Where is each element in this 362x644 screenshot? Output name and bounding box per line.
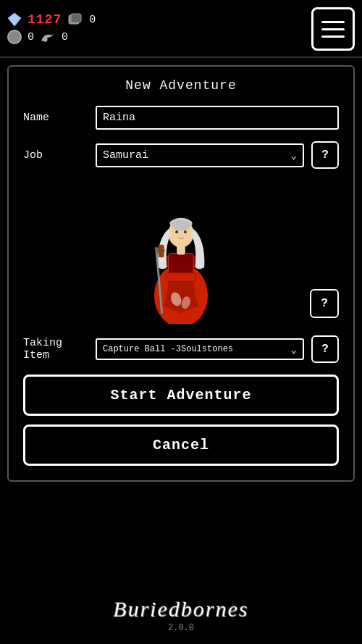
svg-rect-9 bbox=[167, 272, 196, 281]
crystal-count: 1127 bbox=[28, 12, 62, 27]
game-version: 2.0.0 bbox=[168, 623, 194, 633]
character-image bbox=[127, 183, 235, 324]
job-select-wrapper: Samurai Warrior Mage Rogue ⌄ bbox=[96, 143, 304, 167]
hud-row-top: 1127 0 bbox=[7, 12, 341, 27]
hud-stats: 1127 0 0 0 bbox=[7, 12, 341, 44]
name-row: Name bbox=[23, 106, 339, 130]
dialog-title: New Adventure bbox=[23, 78, 339, 93]
start-adventure-button[interactable]: Start Adventure bbox=[23, 375, 339, 416]
name-input[interactable] bbox=[96, 106, 339, 130]
menu-line-1 bbox=[321, 21, 345, 23]
menu-line-3 bbox=[321, 35, 345, 38]
svg-rect-16 bbox=[159, 244, 164, 257]
menu-button[interactable] bbox=[311, 7, 355, 51]
character-help-button[interactable]: ? bbox=[310, 289, 339, 318]
svg-marker-0 bbox=[8, 13, 21, 26]
diamond-icon bbox=[7, 12, 22, 27]
taking-item-select[interactable]: Capture Ball -3Soulstones bbox=[96, 338, 304, 360]
taking-item-select-wrapper: Capture Ball -3Soulstones ⌄ bbox=[96, 338, 304, 360]
footer: Buriedbornes 2.0.0 bbox=[0, 586, 362, 644]
coin-icon bbox=[7, 30, 22, 44]
bird-icon bbox=[40, 30, 56, 43]
job-help-label: ? bbox=[321, 149, 329, 162]
svg-point-12 bbox=[175, 230, 178, 233]
char-help-label: ? bbox=[321, 297, 328, 310]
taking-item-row: Taking Item Capture Ball -3Soulstones ⌄ … bbox=[23, 335, 339, 363]
bird-count: 0 bbox=[62, 31, 68, 43]
svg-point-13 bbox=[184, 230, 187, 233]
job-help-button[interactable]: ? bbox=[311, 141, 339, 169]
hud-bar: 1127 0 0 0 0 0 bbox=[0, 0, 362, 58]
taking-item-help-button[interactable]: ? bbox=[311, 335, 339, 363]
game-title: Buriedbornes bbox=[113, 597, 248, 622]
character-display-area: ? bbox=[23, 180, 339, 325]
taking-item-label: Taking Item bbox=[23, 337, 88, 361]
game-title-text: Buriedbornes bbox=[113, 597, 248, 621]
job-row: Job Samurai Warrior Mage Rogue ⌄ ? bbox=[23, 141, 339, 169]
name-label: Name bbox=[23, 112, 88, 124]
job-select[interactable]: Samurai Warrior Mage Rogue bbox=[96, 143, 304, 167]
card-count: 0 bbox=[89, 14, 96, 26]
new-adventure-dialog: New Adventure Name Job Samurai Warrior M… bbox=[7, 65, 355, 482]
card-icon bbox=[67, 13, 83, 26]
menu-line-2 bbox=[321, 28, 345, 30]
hud-row-bottom: 0 0 bbox=[7, 30, 341, 44]
svg-rect-2 bbox=[71, 14, 81, 22]
coin-count: 0 bbox=[28, 31, 34, 43]
taking-help-label: ? bbox=[321, 343, 329, 356]
cancel-button[interactable]: Cancel bbox=[23, 425, 339, 466]
svg-rect-8 bbox=[168, 253, 193, 274]
job-label: Job bbox=[23, 149, 88, 162]
